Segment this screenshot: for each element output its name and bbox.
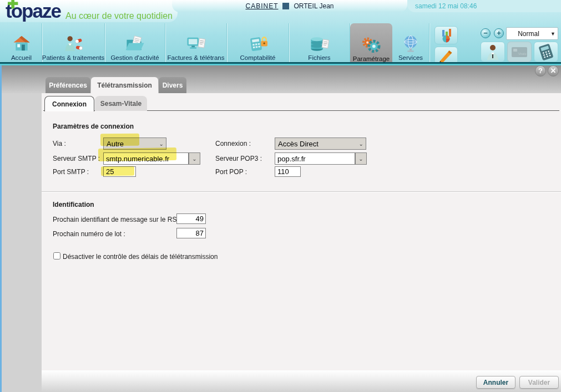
close-button[interactable]: ✕ xyxy=(548,65,559,77)
help-button[interactable]: ? xyxy=(535,65,546,77)
user-color-square xyxy=(282,3,289,9)
chevron-down-icon: ⌄ xyxy=(356,156,365,162)
lot-number-label: Prochain numéro de lot : xyxy=(53,230,125,238)
tab-divers[interactable]: Divers xyxy=(159,77,186,93)
accounting-icon xyxy=(247,35,269,53)
toolbar-label: Paramétrage xyxy=(353,55,390,62)
rss-id-input[interactable] xyxy=(176,213,206,224)
validate-button[interactable]: Valider xyxy=(519,376,559,389)
pop-port-input[interactable] xyxy=(275,166,301,177)
connexion-dropdown[interactable]: Accès Direct ⌄ xyxy=(275,138,366,150)
chevron-down-icon: ⌄ xyxy=(190,156,199,162)
pop-port-label: Port POP : xyxy=(215,168,247,176)
connexion-value: Accès Direct xyxy=(275,140,357,148)
person-icon xyxy=(486,44,500,60)
subtab-sesam-vitale[interactable]: Sesam-Vitale xyxy=(95,96,147,111)
pop3-server-input[interactable] xyxy=(275,152,355,165)
session-info-tab: CABINET ORTEIL Jean xyxy=(172,0,407,12)
smtp-server-input[interactable] xyxy=(103,152,189,165)
settings-gears-icon xyxy=(361,36,382,54)
toolbar-label: Factures & télétrans xyxy=(168,54,225,61)
services-globe-icon xyxy=(400,35,421,53)
toolbar-item-comptabilite[interactable]: Comptabilité xyxy=(227,23,289,63)
chevron-down-icon: ⌄ xyxy=(357,141,366,147)
via-value: Autre xyxy=(104,140,157,148)
smtp-port-input[interactable] xyxy=(103,166,136,177)
home-icon xyxy=(11,35,32,53)
toolbar-item-fichiers[interactable]: Fichiers xyxy=(289,23,350,63)
application-window: topaze ✚ Au cœur de votre quotidien CABI… xyxy=(0,0,561,392)
zoom-out-button[interactable]: − xyxy=(481,28,491,38)
via-dropdown[interactable]: Autre ⌄ xyxy=(103,138,166,150)
zoom-level-value: Normal xyxy=(507,30,550,38)
toolbar-label: Accueil xyxy=(11,54,32,61)
cancel-button[interactable]: Annuler xyxy=(476,376,515,389)
vitale-card-button[interactable]: Vitale xyxy=(507,42,532,62)
stats-button[interactable] xyxy=(434,26,458,44)
via-label: Via : xyxy=(53,140,66,147)
tab-preferences[interactable]: Préférences xyxy=(46,77,90,93)
smtp-port-label: Port SMTP : xyxy=(53,168,89,176)
section-title-connection: Paramètres de connexion xyxy=(53,123,134,130)
activity-folder-icon xyxy=(124,35,145,53)
rss-id-label: Prochain identifiant de message sur le R… xyxy=(53,216,185,223)
pop3-server-dropdown-button[interactable]: ⌄ xyxy=(355,152,367,165)
svg-text:Vitale: Vitale xyxy=(518,52,527,55)
chart-icon xyxy=(438,28,454,43)
subtab-connexion[interactable]: Connexion xyxy=(44,96,94,111)
toolbar-item-accueil[interactable]: Accueil xyxy=(1,23,42,63)
current-datetime: samedi 12 mai 08:46 xyxy=(415,2,477,10)
zoom-level-select[interactable]: Normal ▼ xyxy=(506,27,558,40)
invoices-icon xyxy=(185,35,206,53)
tab-teletransmission[interactable]: Télétransmission xyxy=(91,77,158,93)
toolbar-label: Comptabilité xyxy=(240,54,276,61)
smtp-server-label: Serveur SMTP : xyxy=(53,155,100,162)
left-edge-strip xyxy=(0,65,2,392)
current-user-name: ORTEIL Jean xyxy=(294,2,333,10)
logo-plus-icon: ✚ xyxy=(7,0,18,12)
vitale-card-icon: Vitale xyxy=(511,45,528,59)
connexion-label: Connexion : xyxy=(215,140,251,147)
toolbar-item-patients[interactable]: Patients & traitements xyxy=(42,23,105,63)
practitioner-button[interactable] xyxy=(481,42,505,62)
patients-icon xyxy=(63,35,84,53)
tla-terminal-button[interactable] xyxy=(534,42,558,62)
disable-delay-checkbox[interactable] xyxy=(53,252,60,259)
app-tagline: Au cœur de votre quotidien xyxy=(65,11,173,21)
section-separator xyxy=(42,191,561,192)
toolbar-item-parametrage[interactable]: Paramétrage xyxy=(350,23,392,64)
toolbar-item-services[interactable]: Services xyxy=(392,23,429,63)
toolbar-label: Services xyxy=(398,54,423,61)
chevron-down-icon: ⌄ xyxy=(157,141,166,147)
files-database-icon xyxy=(309,35,330,53)
pop3-server-label: Serveur POP3 : xyxy=(215,155,262,162)
toolbar-label: Gestion d'activité xyxy=(110,54,159,61)
toolbar-label: Fichiers xyxy=(308,54,330,61)
zoom-in-button[interactable]: + xyxy=(494,28,504,38)
chevron-down-icon: ▼ xyxy=(550,31,558,37)
section-title-identification: Identification xyxy=(53,201,94,208)
terminal-icon xyxy=(537,44,555,60)
pencil-icon xyxy=(438,49,454,63)
cabinet-link[interactable]: CABINET xyxy=(245,2,278,10)
smtp-server-dropdown-button[interactable]: ⌄ xyxy=(189,152,200,165)
toolbar-item-gestion[interactable]: Gestion d'activité xyxy=(105,23,165,63)
lot-number-input[interactable] xyxy=(176,228,206,238)
disable-delay-label: Désactiver le contrôle des délais de tél… xyxy=(63,253,218,261)
toolbar-label: Patients & traitements xyxy=(42,54,105,61)
toolbar-item-factures[interactable]: Factures & télétrans xyxy=(165,23,227,63)
